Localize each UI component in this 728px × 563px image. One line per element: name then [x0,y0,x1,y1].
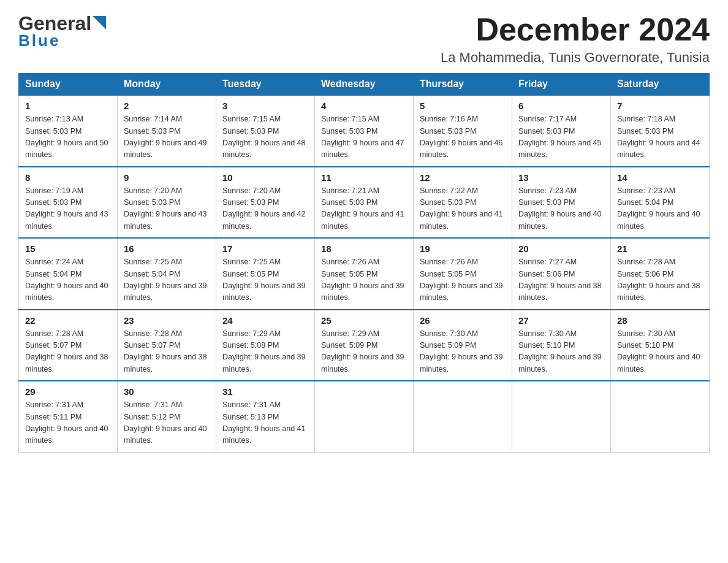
day-info: Sunrise: 7:23 AMSunset: 5:04 PMDaylight:… [617,185,703,233]
day-number: 29 [25,386,111,397]
day-info: Sunrise: 7:25 AMSunset: 5:04 PMDaylight:… [124,256,210,304]
day-number: 12 [420,172,506,183]
day-number: 8 [25,172,111,183]
day-info: Sunrise: 7:29 AMSunset: 5:08 PMDaylight:… [222,328,308,376]
calendar-cell: 8 Sunrise: 7:19 AMSunset: 5:03 PMDayligh… [19,167,118,239]
day-number: 31 [222,386,308,397]
day-info: Sunrise: 7:14 AMSunset: 5:03 PMDaylight:… [124,113,210,161]
calendar-cell: 11 Sunrise: 7:21 AMSunset: 5:03 PMDaylig… [315,167,414,239]
calendar-cell: 2 Sunrise: 7:14 AMSunset: 5:03 PMDayligh… [118,95,216,167]
day-number: 5 [420,101,506,111]
day-info: Sunrise: 7:29 AMSunset: 5:09 PMDaylight:… [321,328,407,376]
day-info: Sunrise: 7:24 AMSunset: 5:04 PMDaylight:… [25,256,111,304]
page-header: General Blue December 2024 La Mohammedia… [18,12,710,66]
calendar-week-5: 29 Sunrise: 7:31 AMSunset: 5:11 PMDaylig… [19,381,710,452]
calendar-cell [512,381,611,452]
logo: General Blue [18,12,106,50]
calendar-cell: 6 Sunrise: 7:17 AMSunset: 5:03 PMDayligh… [512,95,611,167]
day-info: Sunrise: 7:28 AMSunset: 5:07 PMDaylight:… [25,328,111,376]
calendar-header-wednesday: Wednesday [315,74,414,96]
calendar-cell: 1 Sunrise: 7:13 AMSunset: 5:03 PMDayligh… [19,95,118,167]
calendar-cell [611,381,710,452]
day-info: Sunrise: 7:28 AMSunset: 5:06 PMDaylight:… [617,256,703,304]
day-number: 19 [420,243,506,254]
logo-blue: Blue [18,31,60,50]
calendar-cell [414,381,512,452]
calendar-cell: 16 Sunrise: 7:25 AMSunset: 5:04 PMDaylig… [118,238,216,310]
day-info: Sunrise: 7:30 AMSunset: 5:09 PMDaylight:… [420,328,506,376]
calendar-cell: 22 Sunrise: 7:28 AMSunset: 5:07 PMDaylig… [19,310,118,381]
day-info: Sunrise: 7:31 AMSunset: 5:13 PMDaylight:… [222,399,308,447]
day-info: Sunrise: 7:28 AMSunset: 5:07 PMDaylight:… [124,328,210,376]
day-number: 4 [321,101,407,111]
calendar-cell: 12 Sunrise: 7:22 AMSunset: 5:03 PMDaylig… [414,167,512,239]
day-number: 3 [222,101,308,111]
day-number: 27 [518,315,604,326]
day-number: 18 [321,243,407,254]
day-info: Sunrise: 7:27 AMSunset: 5:06 PMDaylight:… [518,256,604,304]
title-section: December 2024 La Mohammedia, Tunis Gover… [441,12,710,66]
day-number: 22 [25,315,111,326]
day-info: Sunrise: 7:23 AMSunset: 5:03 PMDaylight:… [518,185,604,233]
day-info: Sunrise: 7:20 AMSunset: 5:03 PMDaylight:… [222,185,308,233]
logo-triangle-icon [93,16,106,29]
calendar-header-monday: Monday [118,74,216,96]
calendar-header-sunday: Sunday [19,74,118,96]
calendar-header-thursday: Thursday [414,74,512,96]
day-number: 15 [25,243,111,254]
calendar-week-1: 1 Sunrise: 7:13 AMSunset: 5:03 PMDayligh… [19,95,710,167]
calendar-cell: 3 Sunrise: 7:15 AMSunset: 5:03 PMDayligh… [216,95,315,167]
calendar-cell: 21 Sunrise: 7:28 AMSunset: 5:06 PMDaylig… [611,238,710,310]
day-info: Sunrise: 7:15 AMSunset: 5:03 PMDaylight:… [321,113,407,161]
calendar-cell: 29 Sunrise: 7:31 AMSunset: 5:11 PMDaylig… [19,381,118,452]
day-info: Sunrise: 7:20 AMSunset: 5:03 PMDaylight:… [124,185,210,233]
day-number: 16 [124,243,210,254]
day-number: 10 [222,172,308,183]
calendar-cell: 28 Sunrise: 7:30 AMSunset: 5:10 PMDaylig… [611,310,710,381]
day-info: Sunrise: 7:19 AMSunset: 5:03 PMDaylight:… [25,185,111,233]
day-number: 2 [124,101,210,111]
calendar-table: SundayMondayTuesdayWednesdayThursdayFrid… [18,73,710,453]
day-number: 6 [518,101,604,111]
day-number: 14 [617,172,703,183]
day-number: 13 [518,172,604,183]
calendar-cell: 20 Sunrise: 7:27 AMSunset: 5:06 PMDaylig… [512,238,611,310]
calendar-cell: 9 Sunrise: 7:20 AMSunset: 5:03 PMDayligh… [118,167,216,239]
svg-marker-0 [93,16,106,29]
calendar-cell: 14 Sunrise: 7:23 AMSunset: 5:04 PMDaylig… [611,167,710,239]
day-info: Sunrise: 7:16 AMSunset: 5:03 PMDaylight:… [420,113,506,161]
day-info: Sunrise: 7:22 AMSunset: 5:03 PMDaylight:… [420,185,506,233]
calendar-cell: 24 Sunrise: 7:29 AMSunset: 5:08 PMDaylig… [216,310,315,381]
calendar-cell: 17 Sunrise: 7:25 AMSunset: 5:05 PMDaylig… [216,238,315,310]
day-number: 28 [617,315,703,326]
calendar-cell: 18 Sunrise: 7:26 AMSunset: 5:05 PMDaylig… [315,238,414,310]
day-info: Sunrise: 7:31 AMSunset: 5:11 PMDaylight:… [25,399,111,447]
day-info: Sunrise: 7:18 AMSunset: 5:03 PMDaylight:… [617,113,703,161]
day-number: 1 [25,101,111,111]
month-title: December 2024 [441,12,710,47]
calendar-cell: 7 Sunrise: 7:18 AMSunset: 5:03 PMDayligh… [611,95,710,167]
day-info: Sunrise: 7:31 AMSunset: 5:12 PMDaylight:… [124,399,210,447]
day-number: 21 [617,243,703,254]
day-number: 11 [321,172,407,183]
day-info: Sunrise: 7:26 AMSunset: 5:05 PMDaylight:… [420,256,506,304]
location: La Mohammedia, Tunis Governorate, Tunisi… [441,50,710,66]
calendar-header-saturday: Saturday [611,74,710,96]
day-info: Sunrise: 7:15 AMSunset: 5:03 PMDaylight:… [222,113,308,161]
day-info: Sunrise: 7:30 AMSunset: 5:10 PMDaylight:… [518,328,604,376]
calendar-cell: 10 Sunrise: 7:20 AMSunset: 5:03 PMDaylig… [216,167,315,239]
calendar-cell: 23 Sunrise: 7:28 AMSunset: 5:07 PMDaylig… [118,310,216,381]
day-number: 23 [124,315,210,326]
day-number: 7 [617,101,703,111]
day-number: 26 [420,315,506,326]
calendar-cell: 4 Sunrise: 7:15 AMSunset: 5:03 PMDayligh… [315,95,414,167]
calendar-cell: 5 Sunrise: 7:16 AMSunset: 5:03 PMDayligh… [414,95,512,167]
day-number: 9 [124,172,210,183]
day-info: Sunrise: 7:21 AMSunset: 5:03 PMDaylight:… [321,185,407,233]
calendar-cell [315,381,414,452]
day-info: Sunrise: 7:13 AMSunset: 5:03 PMDaylight:… [25,113,111,161]
day-info: Sunrise: 7:25 AMSunset: 5:05 PMDaylight:… [222,256,308,304]
calendar-header-tuesday: Tuesday [216,74,315,96]
calendar-week-3: 15 Sunrise: 7:24 AMSunset: 5:04 PMDaylig… [19,238,710,310]
calendar-cell: 26 Sunrise: 7:30 AMSunset: 5:09 PMDaylig… [414,310,512,381]
